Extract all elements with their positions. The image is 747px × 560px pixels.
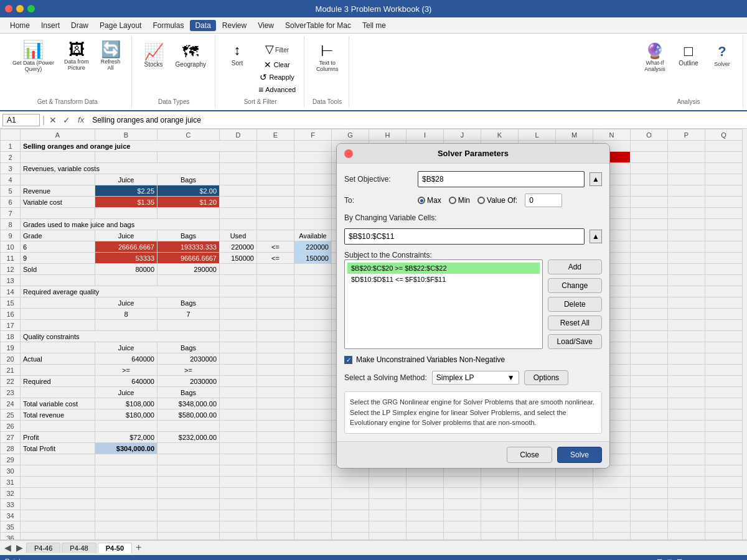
refresh-btn[interactable]: 🔄 RefreshAll (95, 39, 126, 75)
change-constraint-btn[interactable]: Change (548, 278, 602, 293)
cell-c25[interactable]: $580,000.00 (157, 409, 220, 421)
cell-b24[interactable]: $108,000 (95, 398, 157, 409)
menu-draw[interactable]: Draw (66, 20, 93, 31)
page-layout-icon[interactable]: □ (667, 558, 672, 560)
filter-btn[interactable]: ▽ Filter (261, 40, 293, 58)
confirm-formula-icon[interactable]: ✓ (61, 114, 72, 126)
zoom-slider[interactable]: ────●──── (699, 558, 742, 560)
cell-b27[interactable]: $72,000 (95, 432, 157, 443)
cell-a11[interactable]: 9 (21, 253, 95, 264)
stocks-btn[interactable]: 📈 Stocks (138, 41, 169, 70)
objective-collapse-btn[interactable]: ▲ (590, 172, 602, 186)
cell-a28[interactable]: Total Profit (21, 443, 95, 454)
cell-d9[interactable]: Used (220, 230, 257, 241)
cell-f9[interactable]: Available (294, 230, 332, 241)
cell-a10[interactable]: 6 (21, 241, 95, 253)
what-if-analysis-btn[interactable]: 🔮 What-IfAnalysis (639, 41, 670, 75)
cell-c16[interactable]: 7 (157, 309, 220, 320)
zoom-out-icon[interactable]: — (687, 558, 694, 560)
clear-btn[interactable]: ✕Clear (261, 58, 293, 71)
cell-b25[interactable]: $180,000 (95, 409, 157, 421)
sheet-tab-p4-48[interactable]: P4-48 (62, 543, 96, 553)
cell-c12[interactable]: 290000 (157, 264, 220, 275)
reapply-btn[interactable]: ↺Reapply (256, 71, 297, 83)
menu-formulas[interactable]: Formulas (148, 20, 189, 31)
cell-a3[interactable]: Revenues, variable costs (21, 163, 220, 174)
data-from-picture-btn[interactable]: 🖼 Data fromPicture (60, 39, 93, 75)
solving-method-select[interactable]: Simplex LP ▼ (432, 371, 519, 385)
constraint-item-1[interactable]: $D$10:$D$11 <= $F$10:$F$11 (347, 274, 540, 285)
cell-b21[interactable]: >= (95, 365, 157, 376)
cell-a14[interactable]: Required average quality (21, 286, 220, 297)
menu-review[interactable]: Review (217, 20, 251, 31)
cell-d10[interactable]: 220000 (220, 241, 257, 253)
cell-f10[interactable]: 220000 (294, 241, 332, 253)
grid-view-icon[interactable]: ⊞ (657, 558, 662, 561)
menu-tell-me[interactable]: Tell me (357, 20, 391, 31)
cell-d11[interactable]: 150000 (220, 253, 257, 264)
advanced-btn[interactable]: ≡Advanced (255, 83, 299, 96)
cell-c22[interactable]: 2030000 (157, 376, 220, 387)
cell-a8[interactable]: Grades used to make juice and bags (21, 219, 220, 230)
cell-b4[interactable]: Juice (95, 174, 157, 185)
tab-nav-left[interactable]: ◀ (2, 543, 13, 553)
name-box[interactable] (2, 114, 40, 126)
cell-c15[interactable]: Bags (157, 297, 220, 309)
value-of-input[interactable] (525, 194, 562, 207)
geography-btn[interactable]: 🗺 Geography (172, 41, 210, 70)
menu-home[interactable]: Home (5, 20, 35, 31)
cell-c19[interactable]: Bags (157, 342, 220, 353)
menu-solver-table[interactable]: SolverTable for Mac (280, 20, 356, 31)
menu-page-layout[interactable]: Page Layout (95, 20, 146, 31)
changing-collapse-btn[interactable]: ▲ (590, 230, 602, 243)
cell-a5[interactable]: Revenue (21, 185, 95, 197)
cell-b12[interactable]: 80000 (95, 264, 157, 275)
cell-b28[interactable]: $304,000.00 (95, 443, 157, 454)
cell-c11[interactable]: 96666.6667 (157, 253, 220, 264)
reset-all-btn[interactable]: Reset All (548, 315, 602, 330)
menu-view[interactable]: View (253, 20, 279, 31)
cell-b22[interactable]: 640000 (95, 376, 157, 387)
nonneg-checkbox[interactable]: ✓ (344, 356, 352, 364)
cell-c20[interactable]: 2030000 (157, 353, 220, 365)
solver-btn[interactable]: ? Solver (707, 41, 738, 75)
cell-b19[interactable]: Juice (95, 342, 157, 353)
radio-max[interactable]: Max (418, 196, 441, 205)
cell-c27[interactable]: $232,000.00 (157, 432, 220, 443)
cell-c6[interactable]: $1.20 (157, 197, 220, 208)
cell-a25[interactable]: Total revenue (21, 409, 95, 421)
text-to-columns-btn[interactable]: ⊢ Text toColumns (312, 41, 343, 75)
cell-b9[interactable]: Juice (95, 230, 157, 241)
constraint-item-0[interactable]: $B$20:$C$20 >= $B$22:$C$22 (347, 263, 540, 274)
maximize-window-btn[interactable] (27, 5, 35, 12)
formula-input[interactable] (90, 114, 745, 126)
cell-b6[interactable]: $1.35 (95, 197, 157, 208)
cell-a24[interactable]: Total variable cost (21, 398, 95, 409)
cell-c5[interactable]: $2.00 (157, 185, 220, 197)
radio-value-of[interactable]: Value Of: (477, 196, 517, 205)
sheet-tab-p4-46[interactable]: P4-46 (26, 543, 60, 553)
cell-b16[interactable]: 8 (95, 309, 157, 320)
cell-c23[interactable]: Bags (157, 387, 220, 398)
menu-data[interactable]: Data (190, 20, 215, 31)
sheet-tab-p4-50[interactable]: P4-50 (98, 543, 132, 553)
solve-btn[interactable]: Solve (557, 447, 602, 463)
cell-f11[interactable]: 150000 (294, 253, 332, 264)
dialog-close-btn[interactable] (344, 149, 353, 158)
cell-b20[interactable]: 640000 (95, 353, 157, 365)
get-data-btn[interactable]: 📊 Get Data (PowerQuery) (9, 39, 58, 75)
minimize-window-btn[interactable] (16, 5, 24, 12)
cell-e11[interactable]: <= (257, 253, 294, 264)
cell-b10[interactable]: 26666.6667 (95, 241, 157, 253)
cell-c9[interactable]: Bags (157, 230, 220, 241)
cell-e10[interactable]: <= (257, 241, 294, 253)
delete-constraint-btn[interactable]: Delete (548, 297, 602, 312)
close-window-btn[interactable] (5, 5, 12, 12)
solver-dialog[interactable]: Solver Parameters Set Objective: ▲ To: M… (336, 143, 610, 469)
add-sheet-btn[interactable]: + (136, 542, 141, 553)
cell-a22[interactable]: Required (21, 376, 95, 387)
radio-min[interactable]: Min (449, 196, 470, 205)
cell-a27[interactable]: Profit (21, 432, 95, 443)
cell-c21[interactable]: >= (157, 365, 220, 376)
cell-c4[interactable]: Bags (157, 174, 220, 185)
